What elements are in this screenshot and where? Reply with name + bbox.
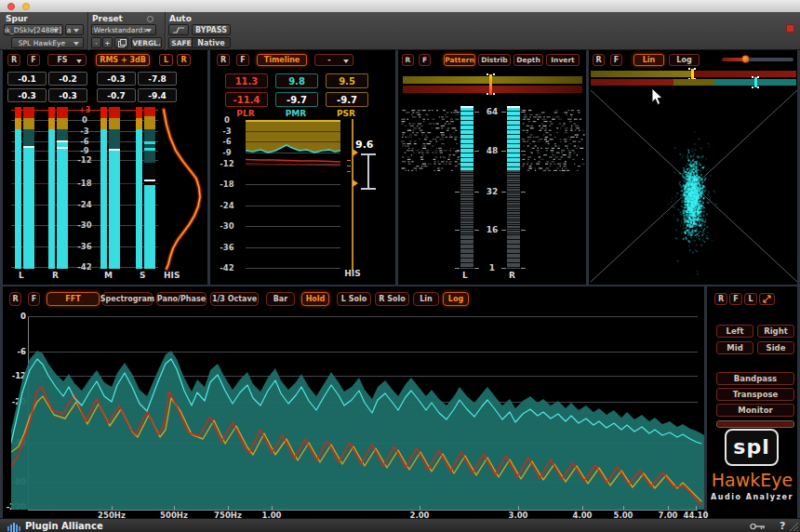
vector-reset-button[interactable]: R — [593, 54, 605, 66]
vector-lin-button[interactable]: Lin — [633, 54, 664, 66]
timeline-reset-button[interactable]: R — [217, 54, 230, 66]
meter-bar-r-peak — [48, 107, 55, 269]
close-traffic-light[interactable] — [7, 3, 15, 10]
timeline-scale-label: -3 — [214, 126, 240, 136]
ratio-label: PSR — [327, 109, 365, 118]
safe-button[interactable]: SAFE — [168, 37, 194, 48]
l-solo-button[interactable]: L Solo — [337, 292, 371, 306]
transpose-button[interactable]: Transpose — [716, 388, 794, 401]
expand-button[interactable] — [759, 293, 775, 305]
pattern-range-bar-top[interactable] — [403, 76, 582, 84]
bandpass-button[interactable]: Bandpass — [716, 372, 794, 385]
track-variant-dropdown[interactable]: a — [65, 24, 84, 35]
vector-bar1-red[interactable] — [691, 71, 796, 77]
r-solo-button[interactable]: R Solo — [375, 292, 409, 306]
distrib-mode-button[interactable]: Distrib — [478, 54, 511, 66]
ratio-readout: -9.7 — [275, 92, 318, 107]
meter-scale-label: -3 — [71, 126, 99, 136]
preset-dropdown[interactable]: <Werkstandard> — [91, 24, 156, 35]
levels-left-button[interactable]: L — [159, 54, 173, 66]
native-button[interactable]: Native — [192, 37, 231, 48]
vector-bar1-olive[interactable] — [591, 71, 691, 77]
spectrum-reset-button[interactable]: R — [9, 292, 21, 306]
vector-bar2-olive[interactable] — [673, 79, 714, 86]
bar-button[interactable]: Bar — [266, 292, 295, 306]
sidebar-collapsed-strip[interactable] — [716, 420, 794, 428]
sidebar-freeze-button[interactable]: F — [729, 293, 742, 305]
pattern-channel-label: L — [462, 271, 468, 280]
range-ibeam-bottom[interactable] — [361, 188, 376, 190]
pattern-range-handle[interactable] — [489, 74, 492, 95]
handle-dot — [688, 68, 690, 70]
track-dropdown[interactable]: Krnk_DSklv[24882] — [4, 24, 63, 35]
vector-log-button[interactable]: Log — [669, 54, 700, 66]
resize-grip[interactable] — [789, 522, 799, 532]
pano-phase-tab[interactable]: Pano/Phase — [156, 292, 207, 306]
pattern-mode-button[interactable]: Pattern — [444, 54, 475, 66]
spectrogram-tab[interactable]: Spectrogram — [102, 292, 153, 306]
pattern-reset-button[interactable]: R — [402, 54, 414, 66]
meter-scale-label: -12 — [71, 155, 99, 165]
key-icon[interactable] — [750, 523, 767, 530]
meter-bar-m-rms — [109, 107, 120, 269]
meter-scale-label: -24 — [71, 200, 99, 209]
his-marker-bottom-icon[interactable] — [353, 180, 358, 187]
monitor-button[interactable]: Monitor — [716, 404, 794, 417]
pattern-range-bar-bottom[interactable] — [403, 86, 582, 93]
levels-right-button[interactable]: R — [177, 54, 191, 66]
minimize-traffic-light[interactable] — [22, 3, 30, 10]
host-alert-icon[interactable] — [786, 24, 794, 33]
expand-icon — [763, 295, 771, 303]
timeline-grid-overlay — [246, 141, 340, 142]
preset-next-button[interactable]: + — [102, 37, 113, 48]
meter-bar-m-peak — [100, 107, 107, 269]
goniometer-display — [591, 90, 797, 282]
bypass-button[interactable]: BYPASS — [192, 24, 231, 35]
preset-menu-icon[interactable] — [147, 16, 153, 22]
automation-button[interactable] — [168, 24, 189, 35]
mid-channel-button[interactable]: Mid — [716, 341, 753, 354]
levels-rms-mode-button[interactable]: RMS + 3dB — [96, 54, 150, 66]
vector-freeze-button[interactable]: F — [610, 54, 622, 66]
axis-tick — [272, 506, 273, 510]
compare-button[interactable]: VERGL. — [131, 37, 162, 48]
spectrum-freeze-button[interactable]: F — [28, 292, 40, 306]
plugin-alliance-brand[interactable]: Plugin Alliance — [25, 521, 103, 531]
timeline-source-dropdown[interactable]: - — [314, 54, 353, 66]
invert-button[interactable]: Invert — [546, 54, 580, 66]
pattern-meter-r-active — [507, 107, 520, 170]
vector-slider-track[interactable] — [746, 58, 793, 61]
help-button[interactable]: ? — [780, 520, 785, 532]
timeline-freeze-button[interactable]: F — [236, 54, 249, 66]
timeline-scale-label: -30 — [214, 221, 240, 231]
side-channel-button[interactable]: Side — [757, 341, 794, 354]
levels-scale-dropdown[interactable]: FS — [47, 54, 87, 66]
left-channel-button[interactable]: Left — [716, 325, 753, 338]
fft-tab[interactable]: FFT — [47, 292, 100, 306]
spl-logo: spl — [725, 429, 779, 466]
vector-slider-knob[interactable] — [741, 55, 750, 63]
levels-reset-button[interactable]: R — [7, 54, 20, 66]
axis-tick — [668, 506, 669, 510]
level-readout: -7.8 — [138, 72, 177, 86]
right-channel-button[interactable]: Right — [757, 325, 794, 338]
spectrum-log-button[interactable]: Log — [443, 292, 469, 306]
range-ibeam-stem[interactable] — [367, 153, 369, 190]
depth-mode-button[interactable]: Depth — [513, 54, 543, 66]
third-octave-tab[interactable]: 1/3 Octave — [210, 292, 259, 306]
level-readout: -0.7 — [97, 88, 136, 102]
meter-scale-label: +3 — [71, 105, 99, 114]
meter-scale-label: -6 — [71, 137, 99, 146]
sidebar-l-button[interactable]: L — [744, 293, 757, 305]
preset-copy-button[interactable] — [114, 37, 128, 48]
preset-prev-button[interactable]: - — [91, 37, 101, 48]
pattern-meter-l-cap — [460, 106, 473, 108]
spectrum-lin-button[interactable]: Lin — [413, 292, 439, 306]
plugin-dropdown[interactable]: SPL HawkEye — [11, 37, 84, 48]
vector-bar2-red[interactable] — [591, 79, 673, 86]
hold-button[interactable]: Hold — [301, 292, 329, 306]
sidebar-reset-button[interactable]: R — [714, 293, 727, 305]
timeline-mode-button[interactable]: Timeline — [257, 54, 307, 66]
levels-freeze-button[interactable]: F — [27, 54, 40, 66]
pattern-freeze-button[interactable]: F — [419, 54, 431, 66]
